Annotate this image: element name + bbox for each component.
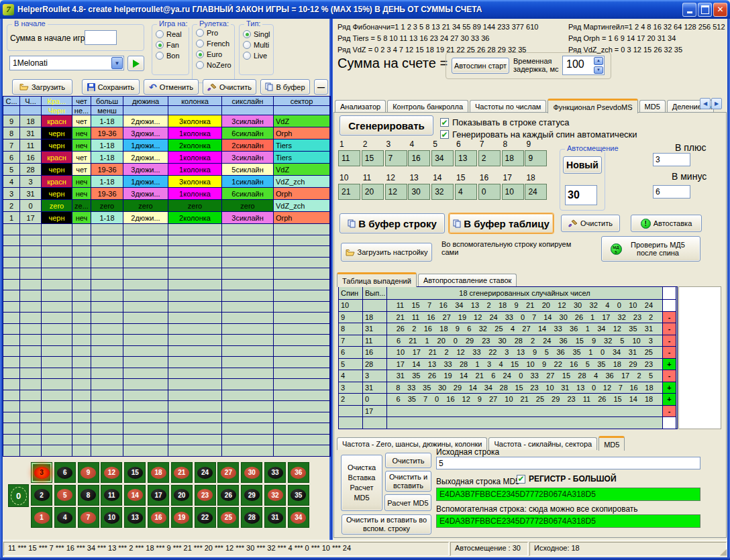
board-cell-25[interactable]: 25: [217, 507, 239, 528]
minus-input[interactable]: [653, 185, 690, 199]
radio-multi[interactable]: Multi: [243, 41, 273, 49]
checkbox-checked-icon[interactable]: [440, 130, 449, 139]
board-cell-14[interactable]: 14: [124, 485, 146, 506]
board-cell-35[interactable]: 35: [288, 485, 309, 506]
board-cell-28[interactable]: 28: [241, 507, 262, 528]
check-md5-button[interactable]: МД5 Проверить МД5 после спина: [601, 236, 700, 262]
board-cell-zero[interactable]: 0: [8, 484, 29, 507]
board-cell-27[interactable]: 27: [217, 462, 239, 483]
minimize-icon[interactable]: [682, 3, 696, 17]
delay-spinner[interactable]: 100 ▲ ▼: [562, 56, 605, 75]
board-cell-2[interactable]: 2: [31, 485, 52, 506]
board-cell-33[interactable]: 33: [264, 462, 286, 483]
board-cell-20[interactable]: 20: [171, 485, 193, 506]
board-cell-31[interactable]: 31: [264, 507, 286, 528]
board-cell-22[interactable]: 22: [195, 507, 216, 528]
plus-input[interactable]: [653, 153, 690, 166]
tab-md5[interactable]: MD5: [598, 436, 625, 451]
board-cell-10[interactable]: 10: [101, 507, 122, 528]
status-line-checkbox-row[interactable]: Показывать в строке статуса: [440, 117, 570, 127]
copy-button[interactable]: В буфер: [260, 79, 310, 95]
board-cell-12[interactable]: 12: [101, 462, 122, 483]
checkbox-checked-icon[interactable]: [517, 475, 525, 484]
board-cell-32[interactable]: 32: [264, 485, 286, 506]
titlebar[interactable]: 7 HelperRoullet 4.8- create helperroulle…: [0, 0, 730, 19]
generate-button[interactable]: Сгенерировать: [340, 115, 433, 135]
checkbox-checked-icon[interactable]: [440, 118, 449, 127]
maximize-icon[interactable]: [698, 3, 712, 17]
board-cell-7[interactable]: 7: [78, 507, 99, 528]
board-cell-17[interactable]: 17: [148, 485, 169, 506]
new-shift-button[interactable]: Новый: [563, 156, 602, 174]
md5-clear-button[interactable]: Очистить: [385, 453, 431, 468]
board-cell-34[interactable]: 34: [288, 507, 309, 528]
play-button[interactable]: [127, 56, 144, 71]
md5-calc-button[interactable]: Расчет MD5: [384, 494, 431, 511]
spin-down-icon[interactable]: ▼: [594, 66, 603, 74]
tab-scroll-right-icon[interactable]: ▶: [711, 98, 722, 109]
board-cell-3[interactable]: 3: [31, 462, 52, 483]
close-icon[interactable]: [713, 3, 727, 17]
radio-live[interactable]: Live: [243, 52, 273, 60]
save-button[interactable]: Сохранить: [82, 79, 140, 95]
board-cell-8[interactable]: 8: [78, 485, 99, 506]
radio-real[interactable]: Real: [156, 30, 189, 38]
gen-clear-button[interactable]: Очистить: [561, 215, 620, 232]
board-cell-16[interactable]: 16: [148, 507, 169, 528]
clear-button[interactable]: Очистить: [203, 79, 256, 95]
radio-french[interactable]: French: [196, 40, 234, 48]
md5-clear-paste-aux-button[interactable]: Очистить и вставить во вспом. строку: [342, 514, 431, 535]
board-cell-9[interactable]: 9: [78, 462, 99, 483]
copy-table-button[interactable]: В буфер таблицу: [449, 213, 554, 233]
board-cell-11[interactable]: 11: [101, 485, 122, 506]
radio-euro[interactable]: Euro: [196, 50, 234, 58]
autobet-button[interactable]: ! Автоставка: [631, 215, 702, 232]
md5-clear-paste-button[interactable]: Очистить и вставить: [385, 471, 431, 492]
board-cell-26[interactable]: 26: [217, 485, 239, 506]
tab-контроль-банкролла[interactable]: Контроль банкролла: [387, 100, 468, 113]
radio-pro[interactable]: Pro: [196, 29, 234, 37]
md5-combo-button[interactable]: ОчисткаВставкаРасчет MD5: [341, 455, 382, 511]
board-cell-21[interactable]: 21: [171, 462, 193, 483]
md5-output-field[interactable]: E4DA3B7FBBCE2345D7772B0674A318D5: [436, 488, 700, 501]
spin-up-icon[interactable]: ▲: [594, 57, 603, 65]
board-cell-23[interactable]: 23: [195, 485, 216, 506]
board-cell-1[interactable]: 1: [31, 507, 52, 528]
preset-combobox[interactable]: 1Melonati ▼: [9, 56, 124, 70]
board-cell-29[interactable]: 29: [241, 485, 262, 506]
board-cell-6[interactable]: 6: [54, 462, 76, 483]
resize-grip-icon[interactable]: [720, 547, 727, 557]
collapse-button[interactable]: —: [314, 79, 328, 95]
md5-case-checkbox-row[interactable]: РЕГИСТР - БОЛЬШОЙ: [517, 474, 617, 484]
radio-bon[interactable]: Bon: [156, 52, 189, 60]
tab-частота-сиклайны-сектора[interactable]: Частота - сиклайны, сектора: [488, 437, 597, 450]
board-cell-24[interactable]: 24: [195, 462, 216, 483]
md5-aux-field[interactable]: E4DA3B7FBBCE2345D7772B0674A318D5: [436, 514, 700, 528]
board-cell-4[interactable]: 4: [54, 507, 76, 528]
load-config-button[interactable]: Загрузить настройку: [341, 243, 432, 262]
board-cell-19[interactable]: 19: [171, 507, 193, 528]
copy-row-button[interactable]: В буфер строку: [340, 213, 445, 233]
autogen-checkbox-row[interactable]: Генерировать на каждый спин автоматическ…: [440, 129, 637, 139]
tab-scroll-left-icon[interactable]: ◀: [700, 98, 711, 109]
tab-таблица-выпадений[interactable]: Таблица выпадений: [337, 272, 417, 287]
start-sum-input[interactable]: [85, 30, 117, 45]
tab-функционал-psevdoms[interactable]: Функционал PsevdoMS: [548, 99, 637, 113]
radio-nozero[interactable]: NoZero: [196, 61, 234, 69]
md5-source-input[interactable]: [436, 457, 700, 469]
chevron-down-icon[interactable]: ▼: [111, 57, 123, 69]
board-cell-13[interactable]: 13: [124, 507, 146, 528]
tab-md5[interactable]: MD5: [639, 100, 666, 113]
undo-button[interactable]: ↶ Отменить: [144, 79, 199, 95]
board-cell-36[interactable]: 36: [288, 462, 309, 483]
autospin-button[interactable]: Автоспин старт: [452, 58, 509, 74]
tab-анализатор[interactable]: Анализатор: [335, 100, 386, 113]
board-cell-5[interactable]: 5: [54, 485, 76, 506]
radio-fan[interactable]: Fan: [156, 41, 189, 49]
board-cell-15[interactable]: 15: [124, 462, 146, 483]
tab-автопроставление-ставок[interactable]: Автопроставление ставок: [418, 274, 517, 286]
load-button[interactable]: Загрузить: [12, 79, 72, 95]
board-cell-30[interactable]: 30: [241, 462, 262, 483]
tab-частоты-по-числам[interactable]: Частоты по числам: [470, 100, 546, 113]
shift-value-field[interactable]: 30: [565, 185, 597, 205]
